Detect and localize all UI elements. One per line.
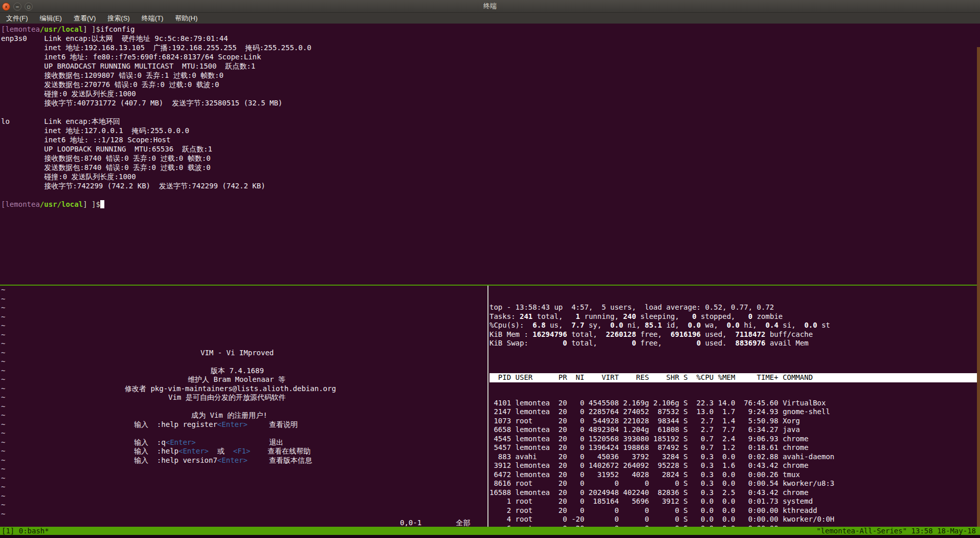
- tmux-session-info: "lemontea-All-Series" 13:58 18-May-18: [816, 527, 976, 535]
- terminal-line: ~: [1, 321, 5, 331]
- terminal-line: 接收数据包:1209807 错误:0 丢弃:1 过载:0 帧数:0: [1, 71, 979, 80]
- menu-item[interactable]: 文件(F): [4, 13, 30, 24]
- top-summary-area: top - 13:58:43 up 4:57, 5 users, load av…: [489, 303, 977, 357]
- terminal-line: KiB Mem : 16294796 total, 2260128 free, …: [489, 330, 977, 339]
- terminal-line: ~: [1, 304, 5, 313]
- terminal-line: 修改者 pkg-vim-maintainers@lists.alioth.deb…: [125, 384, 336, 394]
- menu-item[interactable]: 编辑(E): [38, 13, 64, 24]
- terminal-line: enp3s0 Link encap:以太网 硬件地址 9c:5c:8e:79:0…: [1, 34, 979, 43]
- terminal-line: 发送数据包:270776 错误:0 丢弃:0 过载:0 载波:0: [1, 80, 979, 89]
- terminal-line: ~: [1, 474, 5, 483]
- terminal-line: Vim 是可自由分发的开放源代码软件: [168, 393, 286, 402]
- terminal-line: ~: [1, 295, 5, 304]
- terminal-window: x – ▢ 终端 文件(F)编辑(E)查看(V)搜索(S)终端(T)帮助(H) …: [0, 0, 980, 538]
- terminal-line: %Cpu(s): 6.8 us, 7.7 sy, 0.0 ni, 85.1 id…: [489, 321, 977, 330]
- terminal-line: ~: [1, 286, 5, 295]
- terminal-line: 输入 :help version7<Enter> 查看版本信息: [134, 456, 312, 465]
- terminal-line: ~: [1, 411, 5, 420]
- terminal-line: ~: [1, 456, 5, 465]
- scrollbar[interactable]: [977, 47, 980, 538]
- terminal-line: [1, 190, 979, 200]
- menu-item[interactable]: 帮助(H): [173, 13, 199, 24]
- terminal-line: ~: [1, 501, 5, 510]
- terminal-line: 2147 lemontea 20 0 2285764 274052 87532 …: [489, 407, 977, 417]
- tmux-pane-bash[interactable]: [lemontea/usr/local] ]$ifconfigenp3s0 Li…: [1, 25, 979, 209]
- menu-item[interactable]: 搜索(S): [105, 13, 131, 24]
- tmux-status-bar: [1] 0:bash* "lemontea-All-Series" 13:58 …: [0, 527, 980, 535]
- terminal-line: 接收数据包:8740 错误:0 丢弃:0 过载:0 帧数:0: [1, 154, 979, 163]
- terminal-line: inet 地址:192.168.13.105 广播:192.168.255.25…: [1, 43, 979, 52]
- terminal-line: UP LOOPBACK RUNNING MTU:65536 跃点数:1: [1, 144, 979, 154]
- terminal-line: inet6 地址: ::1/128 Scope:Host: [1, 135, 979, 144]
- terminal-line: ~: [1, 510, 5, 519]
- terminal-line: 版本 7.4.1689: [211, 367, 264, 376]
- terminal-line: 碰撞:0 发送队列长度:1000: [1, 172, 979, 181]
- terminal-line: KiB Swap: 0 total, 0 free, 0 used. 88369…: [489, 339, 977, 348]
- titlebar[interactable]: x – ▢ 终端: [0, 0, 980, 13]
- terminal-line: ~: [1, 465, 5, 474]
- terminal-line: 3912 lemontea 20 0 1402672 264092 95228 …: [489, 461, 977, 470]
- terminal-line: ~: [1, 420, 5, 429]
- terminal-line: ~: [1, 438, 5, 447]
- terminal-line: 接收字节:407731772 (407.7 MB) 发送字节:32580515 …: [1, 98, 979, 107]
- terminal-line: 4101 lemontea 20 0 4545508 2.169g 2.106g…: [489, 399, 977, 408]
- terminal-content: [lemontea/usr/local] ]$ifconfigenp3s0 Li…: [0, 24, 980, 538]
- terminal-line: 成为 Vim 的注册用户!: [191, 411, 268, 420]
- terminal-line: [lemontea/usr/local] ]$: [1, 200, 979, 209]
- terminal-line: 4 root 0 -20 0 0 0 S 0.0 0.0 0:00.00 kwo…: [489, 515, 977, 524]
- terminal-line: 输入 :help<Enter> 或 <F1> 查看在线帮助: [134, 447, 310, 456]
- tmux-window-list[interactable]: [1] 0:bash*: [2, 527, 49, 535]
- terminal-line: [489, 348, 977, 357]
- terminal-line: 6658 lemontea 20 0 4892304 1.204g 61808 …: [489, 425, 977, 435]
- terminal-line: 2 root 20 0 0 0 0 S 0.0 0.0 0:00.00 kthr…: [489, 506, 977, 515]
- terminal-line: 5457 lemontea 20 0 1396424 198868 87492 …: [489, 443, 977, 453]
- terminal-line: ~: [1, 429, 5, 438]
- terminal-line: ~: [1, 349, 5, 358]
- terminal-line: ~: [1, 393, 5, 402]
- top-column-header: PID USER PR NI VIRT RES SHR S %CPU %MEM …: [489, 373, 977, 382]
- terminal-line: ~: [1, 357, 5, 367]
- terminal-line: 1 root 20 0 185164 5696 3912 S 0.0 0.0 0…: [489, 497, 977, 506]
- terminal-line: Tasks: 241 total, 1 running, 240 sleepin…: [489, 312, 977, 321]
- terminal-line: inet6 地址: fe80::f7e5:690f:6824:8137/64 S…: [1, 52, 979, 61]
- vim-tilde-column: ~~~~~~~~~~~~~~~~~~~~~~~~~~: [1, 286, 5, 519]
- terminal-line: ~: [1, 447, 5, 456]
- terminal-line: ~: [1, 492, 5, 501]
- top-process-table: 4101 lemontea 20 0 4545508 2.169g 2.106g…: [489, 399, 977, 528]
- terminal-line: 1073 root 20 0 544928 221028 98344 S 2.7…: [489, 417, 977, 426]
- terminal-line: VIM - Vi IMproved: [201, 349, 274, 358]
- terminal-line: ~: [1, 331, 5, 340]
- terminal-line: [lemontea/usr/local] ]$ifconfig: [1, 25, 979, 34]
- terminal-line: ~: [1, 367, 5, 376]
- terminal-line: 碰撞:0 发送队列长度:1000: [1, 89, 979, 98]
- terminal-line: 输入 :help register<Enter> 查看说明: [134, 420, 298, 429]
- terminal-line: UP BROADCAST RUNNING MULTICAST MTU:1500 …: [1, 61, 979, 71]
- terminal-line: ~: [1, 483, 5, 492]
- terminal-line: top - 13:58:43 up 4:57, 5 users, load av…: [489, 303, 977, 312]
- vim-ruler: 0,0-1 全部: [400, 519, 471, 528]
- menubar: 文件(F)编辑(E)查看(V)搜索(S)终端(T)帮助(H): [0, 13, 980, 24]
- terminal-line: 883 avahi 20 0 45036 3792 3284 S 0.3 0.0…: [489, 453, 977, 462]
- terminal-line: 发送数据包:8740 错误:0 丢弃:0 过载:0 载波:0: [1, 163, 979, 172]
- window-bottom-edge: [0, 535, 980, 538]
- terminal-line: ~: [1, 313, 5, 322]
- terminal-line: ~: [1, 384, 5, 394]
- terminal-line: lo Link encap:本地环回: [1, 117, 979, 126]
- tmux-pane-border-vertical[interactable]: [487, 286, 488, 528]
- terminal-line: ~: [1, 402, 5, 412]
- terminal-line: ~: [1, 339, 5, 349]
- menu-item[interactable]: 查看(V): [72, 13, 98, 24]
- terminal-line: 16588 lemontea 20 0 2024948 402240 82836…: [489, 488, 977, 498]
- terminal-line: 6472 lemontea 20 0 31952 4028 2824 S 0.3…: [489, 470, 977, 480]
- window-title: 终端: [0, 2, 980, 11]
- terminal-line: 输入 :q<Enter> 退出: [134, 438, 283, 447]
- terminal-line: ~: [1, 375, 5, 384]
- menu-item[interactable]: 终端(T): [140, 13, 166, 24]
- tmux-pane-top[interactable]: top - 13:58:43 up 4:57, 5 users, load av…: [489, 287, 977, 528]
- terminal-line: 接收字节:742299 (742.2 KB) 发送字节:742299 (742.…: [1, 181, 979, 190]
- tmux-pane-vim[interactable]: ~~~~~~~~~~~~~~~~~~~~~~~~~~ VIM - Vi IMpr…: [0, 286, 487, 528]
- terminal-line: 维护人 Bram Moolenaar 等: [188, 375, 285, 384]
- terminal-line: 8616 root 20 0 0 0 0 S 0.3 0.0 0:00.54 k…: [489, 479, 977, 488]
- terminal-line: inet 地址:127.0.0.1 掩码:255.0.0.0: [1, 126, 979, 135]
- terminal-line: 4545 lemontea 20 0 1520568 393080 185192…: [489, 435, 977, 444]
